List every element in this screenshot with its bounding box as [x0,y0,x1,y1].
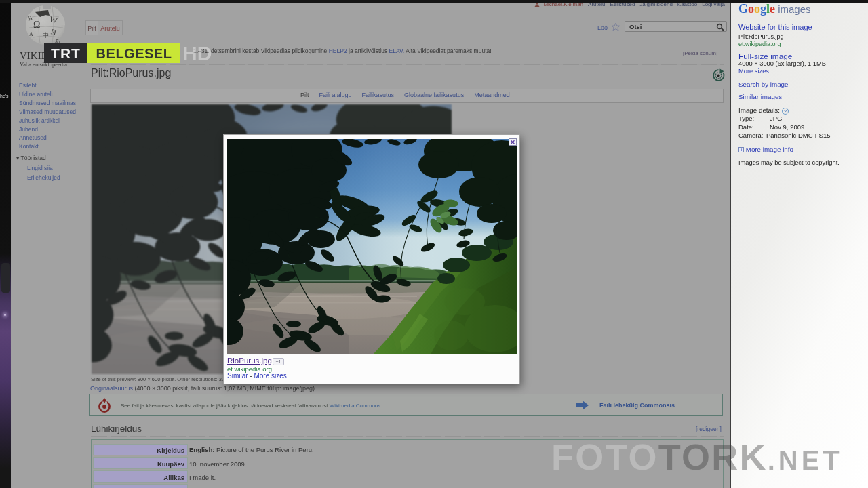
svg-text:Ω: Ω [33,20,40,30]
svg-text:中: 中 [43,32,49,39]
svg-text:Ạ: Ạ [29,31,33,37]
